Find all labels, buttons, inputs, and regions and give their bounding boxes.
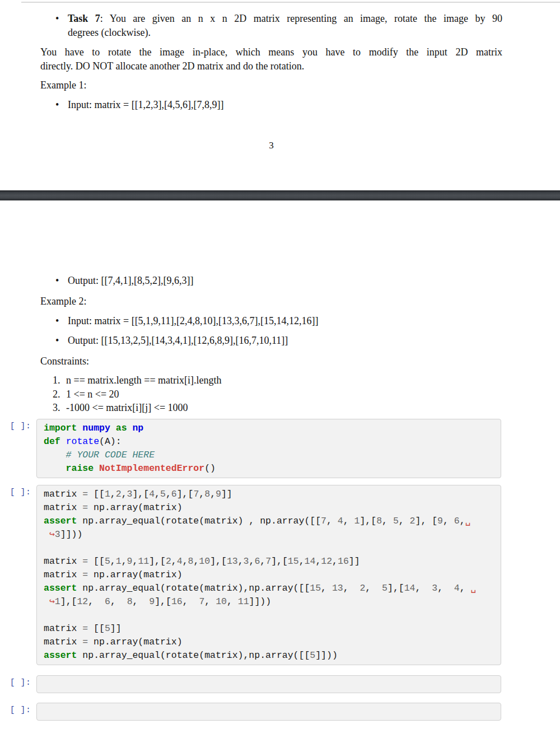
code-cell-box: import numpy as npdef rotate(A): # YOUR … — [36, 419, 501, 478]
code-cell-box — [36, 703, 501, 721]
bullet-icon: • — [55, 334, 59, 348]
example1-heading: Example 1: — [40, 78, 86, 92]
constraints-heading: Constraints: — [40, 354, 89, 368]
task-line1: Task 7: You are given an n x n 2D matrix… — [68, 12, 502, 26]
code-cell-tests: [ ]: matrix = [[1,2,3],[4,5,6],[7,8,9]]m… — [10, 485, 501, 665]
code-cell-empty-2: [ ]: — [10, 703, 501, 721]
code-cell-empty-1: [ ]: — [10, 675, 501, 693]
bullet-icon: • — [55, 12, 59, 26]
constraint-item: 3. -1000 <= matrix[i][j] <= 1000 — [66, 401, 503, 415]
constraint-item: 1. n == matrix.length == matrix[i].lengt… — [66, 373, 503, 387]
pdf-page-3: • Task 7: You are given an n x n 2D matr… — [0, 0, 560, 190]
bullet-icon: • — [55, 98, 59, 112]
bullet-icon: • — [55, 274, 59, 288]
task-text: : You are given an n x n 2D matrix repre… — [100, 13, 502, 24]
cell-input-prompt: [ ]: — [10, 485, 36, 497]
constraint-number: 1. — [53, 373, 60, 387]
page-separator-bar — [0, 190, 560, 200]
constraint-number: 2. — [53, 387, 60, 401]
pdf-page-4: • Output: [[7,4,1],[8,5,2],[9,6,3]] Exam… — [0, 200, 560, 729]
code-lines: import numpy as npdef rotate(A): # YOUR … — [44, 422, 494, 475]
paragraph-line2: directly. DO NOT allocate another 2D mat… — [40, 59, 502, 73]
task-paragraph: You have to rotate the image in-place, w… — [40, 45, 502, 73]
bullet-icon: • — [55, 314, 59, 328]
example2-output-item: • Output: [[15,13,2,5],[14,3,4,1],[12,6,… — [68, 334, 502, 348]
constraint-number: 3. — [53, 401, 60, 415]
constraint-text: n == matrix.length == matrix[i].length — [66, 375, 222, 386]
task-label: Task 7 — [68, 13, 100, 24]
pdf-document-view: • Task 7: You are given an n x n 2D matr… — [0, 0, 560, 729]
cell-input-prompt: [ ]: — [10, 675, 36, 687]
code-cell-box: matrix = [[1,2,3],[4,5,6],[7,8,9]]matrix… — [36, 485, 501, 665]
example2-output-text: Output: [[15,13,2,5],[14,3,4,1],[12,6,8,… — [68, 335, 288, 346]
example2-heading: Example 2: — [40, 295, 86, 309]
example1-output-text: Output: [[7,4,1],[8,5,2],[9,6,3]] — [68, 275, 193, 286]
example1-input-text: Input: matrix = [[1,2,3],[4,5,6],[7,8,9]… — [68, 99, 224, 110]
cutoff-cell-rule — [21, 2, 560, 3]
constraint-text: 1 <= n <= 20 — [66, 389, 119, 400]
code-cell-box — [36, 675, 501, 693]
cell-input-prompt: [ ]: — [10, 703, 36, 714]
task-line2: degrees (clockwise). — [68, 26, 502, 40]
example2-input-item: • Input: matrix = [[5,1,9,11],[2,4,8,10]… — [68, 314, 502, 328]
paragraph-line1: You have to rotate the image in-place, w… — [40, 45, 502, 59]
cell-input-prompt: [ ]: — [10, 419, 36, 431]
constraint-item: 2. 1 <= n <= 20 — [66, 387, 503, 401]
page-number: 3 — [40, 140, 502, 151]
code-lines: matrix = [[1,2,3],[4,5,6],[7,8,9]]matrix… — [44, 488, 494, 662]
constraint-text: -1000 <= matrix[i][j] <= 1000 — [66, 402, 188, 413]
example2-input-text: Input: matrix = [[5,1,9,11],[2,4,8,10],[… — [68, 315, 318, 326]
code-cell-imports: [ ]: import numpy as npdef rotate(A): # … — [10, 419, 501, 478]
example1-input-item: • Input: matrix = [[1,2,3],[4,5,6],[7,8,… — [68, 98, 502, 112]
example1-output-item: • Output: [[7,4,1],[8,5,2],[9,6,3]] — [68, 274, 502, 288]
task-bullet-item: • Task 7: You are given an n x n 2D matr… — [68, 12, 502, 40]
